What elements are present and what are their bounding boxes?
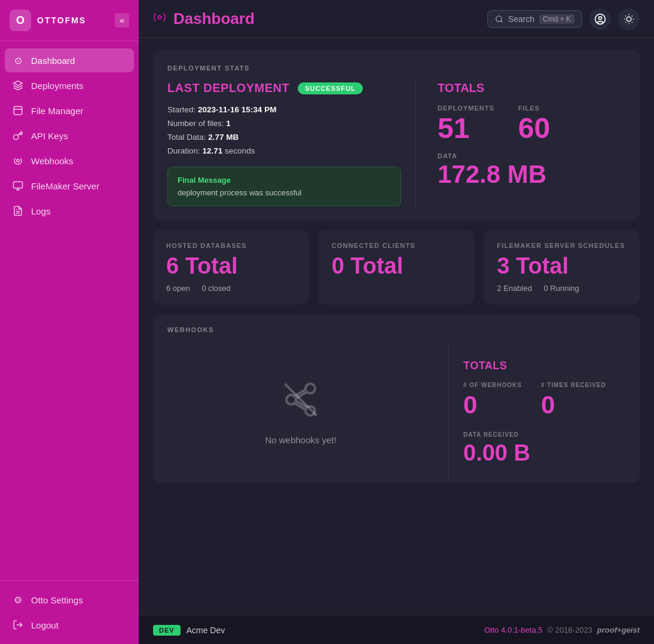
svg-rect-2 [14, 182, 23, 188]
deployments-icon [12, 79, 24, 91]
deployment-stats-label: DEPLOYMENT STATS [167, 65, 625, 72]
sidebar-item-label: API Keys [31, 131, 68, 141]
svg-line-19 [285, 384, 316, 415]
sidebar-item-webhooks[interactable]: Webhooks [5, 149, 134, 173]
svg-line-17 [625, 22, 626, 22]
env-badge: DEV [153, 625, 181, 636]
svg-line-13 [625, 16, 626, 16]
filemaker-schedules-label: FILEMAKER SERVER SCHEDULES [497, 242, 627, 249]
file-manager-icon [12, 105, 24, 116]
totals-files-value: 60 [518, 112, 550, 144]
filemaker-schedules-sub: 2 Enabled 0 Running [497, 284, 627, 293]
sidebar-item-logout[interactable]: Logout [5, 613, 134, 637]
last-deployment-title: LAST DEPLOYMENT [167, 81, 289, 95]
webhooks-totals-row: # OF WEBHOOKS 0 # TIMES RECEIVED 0 [463, 382, 625, 419]
otto-settings-icon: ⚙ [12, 594, 24, 606]
page-nav-icon [153, 11, 166, 27]
sidebar-bottom: ⚙ Otto Settings Logout [0, 580, 139, 644]
webhooks-received-item: # TIMES RECEIVED 0 [541, 382, 606, 419]
filemaker-schedules-total: 3 Total [497, 254, 627, 279]
sidebar-item-logs[interactable]: Logs [5, 199, 134, 223]
totals-deployments-value: 51 [438, 112, 469, 144]
logo-left: O OTTOFMS [10, 10, 86, 31]
webhooks-totals: TOTALS # OF WEBHOOKS 0 # TIMES RECEIVED … [448, 343, 640, 483]
deployment-status-badge: SUCCESSFUL [298, 82, 363, 94]
footer-version: Otto 4.0.1-beta.5 [484, 625, 543, 634]
api-keys-icon [12, 130, 24, 142]
webhooks-section-label: WEBHOOKS [167, 326, 625, 333]
final-message-text: deployment process was successful [178, 188, 391, 197]
sidebar-item-api-keys[interactable]: API Keys [5, 124, 134, 148]
user-profile-button[interactable] [589, 8, 611, 30]
totals-deployments: DEPLOYMENTS 51 [438, 105, 494, 143]
webhooks-totals-title: TOTALS [463, 360, 625, 372]
webhooks-received-value: 0 [541, 391, 555, 419]
totals-data-label: DATA [438, 152, 625, 160]
last-deployment-section: LAST DEPLOYMENT SUCCESSFUL Started: 2023… [167, 81, 416, 206]
hosted-databases-total: 6 Total [166, 254, 296, 279]
sidebar-nav: ⊙ Dashboard Deployments File Manager API… [0, 41, 139, 580]
webhooks-icon [12, 155, 24, 167]
logout-icon [12, 619, 24, 631]
webhooks-count-item: # OF WEBHOOKS 0 [463, 382, 522, 419]
stats-row: HOSTED DATABASES 6 Total 6 open 0 closed… [153, 230, 640, 305]
sidebar-item-filemaker-server[interactable]: FileMaker Server [5, 174, 134, 198]
webhooks-count-value: 0 [463, 391, 477, 419]
deployment-files: Number of files: 1 [167, 117, 401, 131]
main-content: Dashboard Search Cmd + K DEPLOYMENT STAT… [139, 0, 654, 644]
dashboard-icon: ⊙ [12, 54, 24, 66]
sidebar-item-deployments[interactable]: Deployments [5, 73, 134, 97]
filemaker-server-icon [12, 180, 24, 192]
footer-right: Otto 4.0.1-beta.5 © 2018-2023 proof+geis… [484, 625, 640, 634]
deployment-duration: Duration: 12.71 seconds [167, 145, 401, 158]
topbar-right: Search Cmd + K [487, 8, 640, 30]
svg-line-18 [632, 16, 632, 16]
webhooks-inner: No webhooks yet! TOTALS # OF WEBHOOKS 0 … [153, 343, 640, 483]
deployment-stats-inner: LAST DEPLOYMENT SUCCESSFUL Started: 2023… [167, 81, 625, 206]
user-circle-icon [594, 13, 606, 25]
webhooks-received-label: # TIMES RECEIVED [541, 382, 606, 388]
svg-point-1 [17, 160, 20, 162]
totals-title: TOTALS [438, 81, 625, 95]
filemaker-schedules-card: FILEMAKER SERVER SCHEDULES 3 Total 2 Ena… [484, 230, 640, 305]
webhooks-empty-state: No webhooks yet! [153, 343, 448, 483]
data-received-label: DATA RECEIVED [463, 431, 625, 438]
deployment-started: Started: 2023-11-16 15:34 PM [167, 103, 401, 117]
data-received-value: 0.00 B [463, 440, 625, 466]
sidebar-item-label: File Manager [31, 106, 84, 116]
totals-grid: DEPLOYMENTS 51 FILES 60 [438, 105, 625, 143]
deployment-stats-card: DEPLOYMENT STATS LAST DEPLOYMENT SUCCESS… [153, 50, 640, 220]
svg-point-7 [496, 16, 501, 21]
webhooks-header: WEBHOOKS [153, 314, 640, 333]
sidebar-item-dashboard[interactable]: ⊙ Dashboard [5, 48, 134, 72]
page-title: Dashboard [173, 10, 255, 28]
app-name: OTTOFMS [37, 16, 86, 25]
filemaker-schedules-enabled: 2 Enabled [497, 284, 532, 293]
sidebar-logo: O OTTOFMS « [0, 0, 139, 41]
theme-toggle-button[interactable] [618, 8, 640, 30]
sidebar-item-label: Logs [31, 206, 51, 216]
content-area: DEPLOYMENT STATS LAST DEPLOYMENT SUCCESS… [139, 38, 654, 615]
totals-files: FILES 60 [518, 105, 550, 143]
search-label: Search [508, 14, 534, 24]
sidebar-item-otto-settings[interactable]: ⚙ Otto Settings [5, 588, 134, 612]
sidebar: O OTTOFMS « ⊙ Dashboard Deployments File… [0, 0, 139, 644]
totals-section: TOTALS DEPLOYMENTS 51 FILES 60 DATA [416, 81, 625, 206]
hosted-databases-label: HOSTED DATABASES [166, 242, 296, 249]
totals-data-value: 172.8 MB [438, 162, 625, 187]
hosted-databases-open: 6 open [166, 284, 190, 293]
sidebar-item-file-manager[interactable]: File Manager [5, 99, 134, 122]
footer-left: DEV Acme Dev [153, 625, 225, 636]
webhooks-count-label: # OF WEBHOOKS [463, 382, 522, 388]
footer-copyright: © 2018-2023 [547, 625, 592, 634]
filemaker-schedules-running: 0 Running [544, 284, 579, 293]
sidebar-item-label: FileMaker Server [31, 181, 99, 191]
search-bar[interactable]: Search Cmd + K [487, 10, 582, 28]
hosted-databases-card: HOSTED DATABASES 6 Total 6 open 0 closed [153, 230, 309, 305]
sidebar-collapse-button[interactable]: « [115, 13, 129, 27]
search-icon [495, 15, 503, 23]
svg-point-10 [627, 17, 631, 22]
logs-icon [12, 205, 24, 217]
sidebar-item-label: Deployments [31, 81, 84, 91]
hosted-databases-sub: 6 open 0 closed [166, 284, 296, 293]
